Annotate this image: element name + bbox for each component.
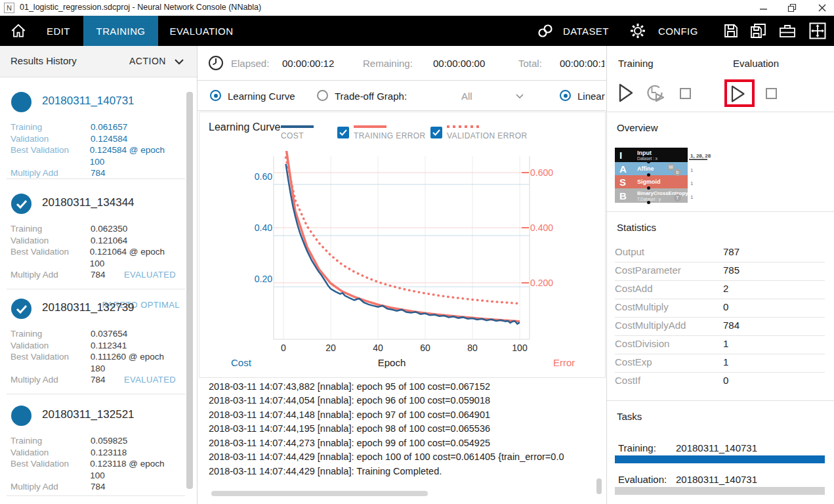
run-id: 20180311_132521 — [42, 408, 135, 421]
training-run-button[interactable] — [617, 83, 635, 103]
save-as-button[interactable] — [747, 16, 770, 46]
remaining-value: 00:00:00:00 — [433, 58, 485, 69]
divider — [198, 80, 606, 81]
x-tick-0: 0 — [270, 343, 297, 353]
chevron-down-icon[interactable] — [175, 59, 184, 65]
right-tick-0200: 0.200 — [530, 278, 553, 288]
layer-input[interactable]: I Input Dataset : x — [615, 148, 688, 162]
layer-name: Input — [637, 150, 652, 156]
stat-value: 2 — [723, 283, 728, 294]
tab-evaluation[interactable]: EVALUATION — [163, 16, 240, 46]
stat-row-costexp: CostExp1 — [615, 354, 825, 373]
task-training-label: Training: — [618, 442, 656, 453]
home-button[interactable] — [4, 16, 33, 46]
tab-edit[interactable]: EDIT — [37, 16, 80, 46]
metric-label: Training — [10, 121, 91, 133]
series-validation-error — [286, 158, 520, 304]
output-size-label: 1, 28, 28 — [690, 153, 711, 159]
result-item-140731[interactable]: 20180311_140731 Training0.061657 Validat… — [0, 92, 185, 178]
check-icon — [11, 194, 31, 214]
divider — [7, 289, 185, 289]
metric-value: 784 — [91, 481, 106, 493]
config-button[interactable] — [625, 16, 651, 46]
expand-arrows-icon — [809, 22, 826, 39]
training-stop-button[interactable] — [680, 88, 691, 99]
metric-value: 0.121064 — [91, 235, 127, 247]
chevron-down-icon[interactable] — [516, 94, 524, 99]
metric-label: Multiply Add — [10, 481, 91, 493]
check-icon — [339, 129, 347, 136]
maximize-button[interactable] — [782, 0, 802, 16]
evaluation-run-button[interactable] — [730, 85, 746, 103]
output-edge — [689, 159, 707, 160]
log-line: 2018-03-11 14:07:44,273 [nnabla]: epoch … — [209, 438, 490, 448]
chart-title: Learning Curve — [209, 121, 280, 133]
action-button[interactable]: ACTION — [129, 56, 166, 66]
evaluated-badge: EVALUATED — [124, 270, 176, 280]
house-icon — [10, 22, 27, 39]
learning-curve-radio[interactable] — [210, 90, 221, 101]
cost-legend-line — [281, 125, 314, 128]
check-icon — [11, 299, 31, 319]
linear-scale-radio[interactable] — [560, 90, 571, 101]
toolbox-button[interactable] — [775, 16, 800, 46]
log-line: 2018-03-11 14:07:44,429 [nnabla]: epoch … — [209, 452, 564, 462]
training-resume-button[interactable] — [645, 84, 666, 103]
evaluation-stop-button[interactable] — [766, 88, 777, 99]
left-axis-title: Cost — [231, 357, 251, 368]
output-size-label: 1 — [690, 194, 693, 200]
validation-error-checkbox[interactable] — [430, 127, 442, 138]
result-item-134344[interactable]: 20180311_134344 Training0.062350 Validat… — [0, 194, 185, 280]
metric-value: 0.111260 @ epoch 180 — [91, 351, 181, 374]
run-id: 20180311_134344 — [42, 196, 135, 209]
log-vertical-scrollbar[interactable] — [596, 478, 602, 494]
sidebar-scrollbar[interactable] — [186, 92, 193, 489]
tab-training[interactable]: TRAINING — [83, 16, 158, 46]
layer-sigmoid[interactable]: S Sigmoid — [615, 175, 688, 188]
total-label: Total: — [518, 58, 542, 69]
stat-row-costif: CostIf0 — [615, 373, 825, 391]
layer-letter: I — [619, 150, 622, 161]
task-training-value: 20180311_140731 — [676, 442, 757, 453]
clock-icon — [208, 55, 224, 71]
run-metrics: Training0.061657 Validation0.124584 Best… — [10, 121, 181, 179]
metric-value: 0.062350 — [91, 223, 127, 235]
close-button[interactable] — [812, 0, 832, 16]
right-axis-gridlines — [274, 173, 530, 283]
save-button[interactable] — [719, 16, 743, 46]
divider — [607, 211, 834, 212]
cost-legend-label: COST — [281, 131, 304, 140]
training-log[interactable]: 2018-03-11 14:07:43,882 [nnabla]: epoch … — [198, 379, 594, 496]
vertical-gridlines — [283, 156, 520, 339]
dataset-button[interactable] — [533, 16, 558, 46]
metric-label: Best Validation — [10, 246, 90, 269]
result-item-132739[interactable]: PARETO OPTIMAL 20180311_132739 Training0… — [0, 299, 185, 385]
right-tick-0400: 0.400 — [530, 222, 553, 233]
training-error-checkbox[interactable] — [337, 127, 349, 138]
dataset-label[interactable]: DATASET — [563, 16, 609, 46]
layer-letter: B — [619, 190, 627, 201]
chain-link-icon — [537, 23, 554, 39]
statistics-title: Statistics — [617, 222, 656, 233]
filter-dropdown[interactable]: All — [461, 91, 472, 102]
check-icon — [432, 129, 440, 136]
stat-label: CostParameter — [615, 264, 681, 276]
close-icon — [818, 4, 826, 12]
metric-value: 784 — [91, 269, 106, 281]
divider — [7, 394, 185, 394]
config-label[interactable]: CONFIG — [658, 16, 698, 46]
result-item-132521[interactable]: 20180311_132521 Training0.059825 Validat… — [0, 406, 185, 492]
left-tick-020: 0.20 — [250, 274, 272, 284]
linear-scale-radio-label: Linear — [577, 91, 605, 102]
metric-label: Multiply Add — [10, 269, 91, 281]
task-evaluation-value: 20180311_140731 — [676, 474, 757, 485]
minimize-button[interactable] — [754, 0, 774, 16]
log-horizontal-scrollbar[interactable] — [211, 491, 428, 496]
floppy-icon — [723, 23, 739, 39]
stat-row-costparameter: CostParameter785 — [615, 262, 825, 281]
metric-value: 0.059825 — [91, 435, 127, 447]
run-status-icon — [11, 92, 31, 112]
window-mode-button[interactable] — [804, 16, 831, 46]
run-id: 20180311_132739 — [42, 301, 135, 314]
tradeoff-graph-radio[interactable] — [317, 90, 328, 101]
